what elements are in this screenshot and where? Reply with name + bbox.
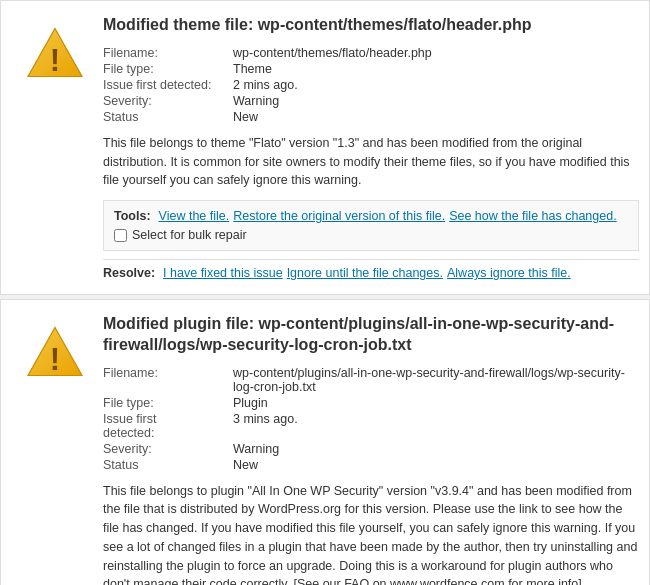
tool-link-2[interactable]: Restore the original version of this fil…: [233, 209, 445, 223]
meta-row: Filename:wp-content/themes/flato/header.…: [103, 46, 639, 60]
meta-row: Severity:Warning: [103, 94, 639, 108]
alert-title-2: Modified plugin file: wp-content/plugins…: [103, 314, 639, 356]
meta-value: Plugin: [233, 396, 268, 410]
meta-label: Issue first detected:: [103, 78, 233, 92]
meta-label: Issue first detected:: [103, 412, 233, 440]
warning-triangle-icon: !: [25, 324, 85, 379]
warning-triangle-icon: !: [25, 25, 85, 80]
meta-label: Status: [103, 110, 233, 124]
meta-row: Filename:wp-content/plugins/all-in-one-w…: [103, 366, 639, 394]
alert-title-1: Modified theme file: wp-content/themes/f…: [103, 15, 639, 36]
warning-icon-col-2: !: [15, 314, 95, 585]
tools-row: Tools:View the file.Restore the original…: [114, 209, 628, 223]
meta-row: Severity:Warning: [103, 442, 639, 456]
warning-icon-col-1: !: [15, 15, 95, 280]
meta-row: File type:Plugin: [103, 396, 639, 410]
meta-table-2: Filename:wp-content/plugins/all-in-one-w…: [103, 366, 639, 472]
resolve-link-2[interactable]: Ignore until the file changes.: [287, 266, 443, 280]
meta-row: StatusNew: [103, 458, 639, 472]
alert-description-1: This file belongs to theme "Flato" versi…: [103, 134, 639, 190]
meta-label: Severity:: [103, 442, 233, 456]
resolve-label: Resolve:: [103, 266, 155, 280]
meta-row: Issue first detected:2 mins ago.: [103, 78, 639, 92]
svg-text:!: !: [50, 43, 60, 78]
alert-description-2: This file belongs to plugin "All In One …: [103, 482, 639, 585]
resolve-link-1[interactable]: I have fixed this issue: [163, 266, 283, 280]
meta-label: File type:: [103, 62, 233, 76]
alert-card-2: ! Modified plugin file: wp-content/plugi…: [0, 299, 650, 585]
alert-card-1: ! Modified theme file: wp-content/themes…: [0, 0, 650, 295]
meta-row: Issue first detected:3 mins ago.: [103, 412, 639, 440]
meta-label: Status: [103, 458, 233, 472]
bulk-repair-label: Select for bulk repair: [132, 228, 247, 242]
meta-value: 2 mins ago.: [233, 78, 298, 92]
meta-table-1: Filename:wp-content/themes/flato/header.…: [103, 46, 639, 124]
meta-value: 3 mins ago.: [233, 412, 298, 440]
meta-value: Theme: [233, 62, 272, 76]
tool-link-1[interactable]: View the file.: [159, 209, 230, 223]
resolve-row: Resolve:I have fixed this issueIgnore un…: [103, 266, 639, 280]
meta-value: Warning: [233, 442, 279, 456]
meta-label: Filename:: [103, 46, 233, 60]
alert-content-2: Modified plugin file: wp-content/plugins…: [95, 314, 639, 585]
bulk-repair-checkbox[interactable]: [114, 229, 127, 242]
resolve-link-3[interactable]: Always ignore this file.: [447, 266, 571, 280]
meta-row: StatusNew: [103, 110, 639, 124]
svg-text:!: !: [50, 342, 60, 377]
tools-label: Tools:: [114, 209, 151, 223]
meta-value: Warning: [233, 94, 279, 108]
meta-value: New: [233, 110, 258, 124]
meta-row: File type:Theme: [103, 62, 639, 76]
divider: [103, 259, 639, 260]
meta-value: wp-content/themes/flato/header.php: [233, 46, 432, 60]
meta-label: Filename:: [103, 366, 233, 394]
alert-content-1: Modified theme file: wp-content/themes/f…: [95, 15, 639, 280]
meta-value: wp-content/plugins/all-in-one-wp-securit…: [233, 366, 639, 394]
tools-box: Tools:View the file.Restore the original…: [103, 200, 639, 251]
meta-label: File type:: [103, 396, 233, 410]
meta-value: New: [233, 458, 258, 472]
tool-link-3[interactable]: See how the file has changed.: [449, 209, 616, 223]
bulk-repair-checkbox-row: Select for bulk repair: [114, 228, 628, 242]
meta-label: Severity:: [103, 94, 233, 108]
